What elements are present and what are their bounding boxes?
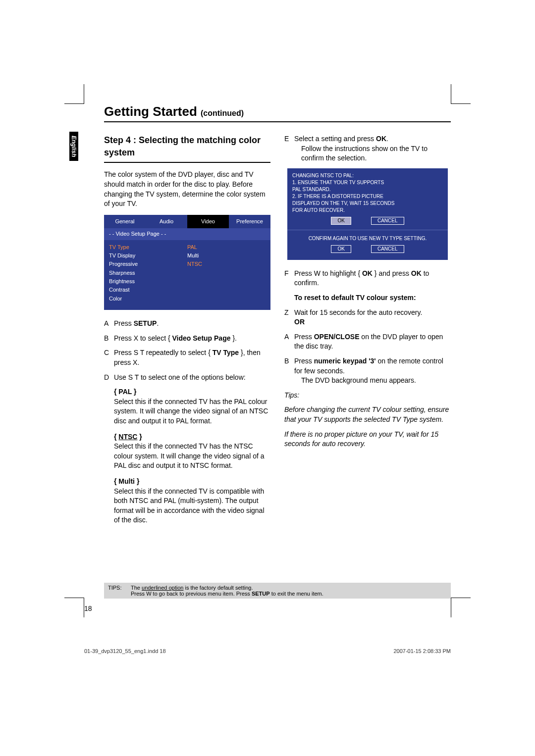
text-bold: OK: [376, 135, 386, 143]
text: .: [386, 135, 388, 143]
crop-mark: [451, 84, 471, 104]
text: Press: [294, 357, 314, 365]
setup-label: Sharpness: [109, 269, 187, 277]
tips-heading: Tips:: [284, 391, 451, 401]
dialog-cancel-button: CANCEL: [371, 217, 404, 225]
text: Press S T repeatedly to select {: [114, 349, 213, 356]
text: Press: [114, 319, 134, 327]
dialog-confirm-text: CONFIRM AGAIN TO USE NEW TV TYPE SETTING…: [292, 235, 443, 242]
setup-row: TV TypePAL: [109, 243, 266, 252]
dialog-ok-button: OK: [331, 217, 351, 225]
text-sub: Follow the instructions show on the TV t…: [301, 144, 451, 163]
text: } and press: [373, 269, 411, 277]
language-tab: English: [69, 132, 78, 161]
dialog-screenshot: CHANGING NTSC TO PAL: 1. ENSURE THAT YOU…: [287, 168, 448, 260]
step-a2: APress OPEN/CLOSE on the DVD player to o…: [284, 332, 451, 352]
text: Press X to select {: [114, 334, 172, 342]
text: Wait for 15 seconds for the auto recover…: [294, 308, 422, 316]
crop-mark: [64, 598, 84, 617]
setup-label: Color: [109, 295, 187, 302]
page-number: 18: [84, 605, 92, 612]
tip-text: Before changing the current TV colour se…: [284, 405, 451, 424]
dialog-line: PAL STANDARD.: [292, 186, 443, 193]
step-z: ZWait for 15 seconds for the auto recove…: [284, 308, 451, 327]
text-bold: OPEN/CLOSE: [314, 333, 360, 341]
text-bold: SETUP: [134, 319, 157, 327]
meta-filename: 01-39_dvp3120_55_eng1.indd 18: [84, 648, 166, 654]
setup-row: Color: [109, 295, 266, 303]
text-bold: SETUP: [252, 591, 270, 597]
step-b2: BPress numeric keypad '3' on the remote …: [284, 356, 451, 386]
step-b: BPress X to select { Video Setup Page }.: [104, 334, 270, 344]
option-text: Select this if the connected TV is compa…: [114, 487, 270, 525]
crop-mark: [451, 598, 471, 617]
dialog-cancel-button: CANCEL: [371, 245, 404, 253]
title-main: Getting Started: [104, 104, 201, 119]
text: The: [131, 585, 142, 591]
setup-row: Sharpness: [109, 269, 266, 277]
setup-value: PAL: [187, 244, 197, 251]
page-title: Getting Started (continued): [104, 104, 451, 122]
option-label: { PAL }: [114, 387, 270, 397]
footer-tips-label: TIPS:: [108, 585, 131, 597]
option-ntsc: { NTSC } Select this if the connected TV…: [114, 432, 270, 471]
step-c: CPress S T repeatedly to select { TV Typ…: [104, 348, 270, 367]
setup-tab-preference: Preference: [229, 215, 270, 228]
text-bold: numeric keypad '3': [314, 357, 376, 365]
step-f: FPress W to highlight { OK } and press O…: [284, 269, 451, 288]
setup-label: Contrast: [109, 286, 187, 294]
text-bold: Video Setup Page: [172, 334, 231, 342]
dialog-line: FOR AUTO RECOVER.: [292, 207, 443, 214]
setup-row: Contrast: [109, 286, 266, 294]
tip-text: If there is no proper picture on your TV…: [284, 430, 451, 449]
text-bold: TV Type: [213, 349, 239, 356]
setup-menu-screenshot: General Audio Video Preference - - Video…: [104, 215, 270, 310]
option-pal: { PAL } Select this if the connected TV …: [114, 387, 270, 426]
setup-value: NTSC: [187, 260, 202, 268]
setup-row: Brightness: [109, 277, 266, 286]
meta-timestamp: 2007-01-15 2:08:33 PM: [393, 648, 451, 654]
right-column: ESelect a setting and press OK.Follow th…: [284, 134, 451, 531]
option-multi: { Multi } Select this if the connected T…: [114, 477, 270, 525]
text: .: [157, 319, 159, 327]
setup-row: ProgressiveNTSC: [109, 260, 266, 268]
setup-label: TV Display: [109, 252, 187, 259]
step-heading: Step 4 : Selecting the matching color sy…: [104, 134, 270, 163]
text-sub: The DVD background menu appears.: [301, 376, 451, 386]
left-column: Step 4 : Selecting the matching color sy…: [104, 134, 270, 531]
text: Press W to go back to previous menu item…: [131, 591, 252, 597]
text-or: OR: [294, 318, 305, 326]
setup-row: TV DisplayMulti: [109, 252, 266, 260]
setup-tab-audio: Audio: [146, 215, 187, 228]
option-label-underlined: NTSC: [118, 433, 137, 441]
footer-metadata: 01-39_dvp3120_55_eng1.indd 18 2007-01-15…: [84, 648, 451, 654]
crop-mark: [64, 84, 84, 104]
dialog-line: 2. IF THERE IS A DISTORTED PICTURE: [292, 193, 443, 200]
text: Select a setting and press: [294, 135, 376, 143]
step-e: ESelect a setting and press OK.Follow th…: [284, 134, 451, 163]
setup-label: TV Type: [109, 244, 187, 251]
dialog-line: 1. ENSURE THAT YOUR TV SUPPORTS: [292, 179, 443, 186]
footer-tips-bar: TIPS: The underlined option is the facto…: [104, 583, 451, 599]
dialog-line: CHANGING NTSC TO PAL:: [292, 172, 443, 179]
text-underline: underlined option: [142, 585, 183, 591]
text: }.: [231, 334, 237, 342]
text-bold: OK: [411, 269, 422, 277]
setup-value: Multi: [187, 252, 199, 259]
setup-subhead: - - Video Setup Page - -: [104, 228, 270, 240]
option-text: Select this if the connected TV has the …: [114, 397, 270, 426]
dialog-ok-button: OK: [331, 245, 351, 253]
step-intro: The color system of the DVD player, disc…: [104, 170, 270, 208]
text: to exit the menu item.: [270, 591, 323, 597]
setup-tab-general: General: [104, 215, 146, 228]
option-text: Select this if the connected TV has the …: [114, 442, 270, 471]
step-d: DUse S T to select one of the options be…: [104, 373, 270, 383]
text: Use S T to select one of the options bel…: [114, 373, 270, 383]
step-a: APress SETUP.: [104, 319, 270, 329]
setup-label: Progressive: [109, 260, 187, 268]
reset-heading: To reset to default TV colour system:: [294, 294, 416, 302]
setup-tab-video: Video: [187, 215, 229, 228]
text: Press: [294, 333, 314, 341]
title-continued: (continued): [201, 109, 244, 117]
option-label: { Multi }: [114, 477, 270, 487]
